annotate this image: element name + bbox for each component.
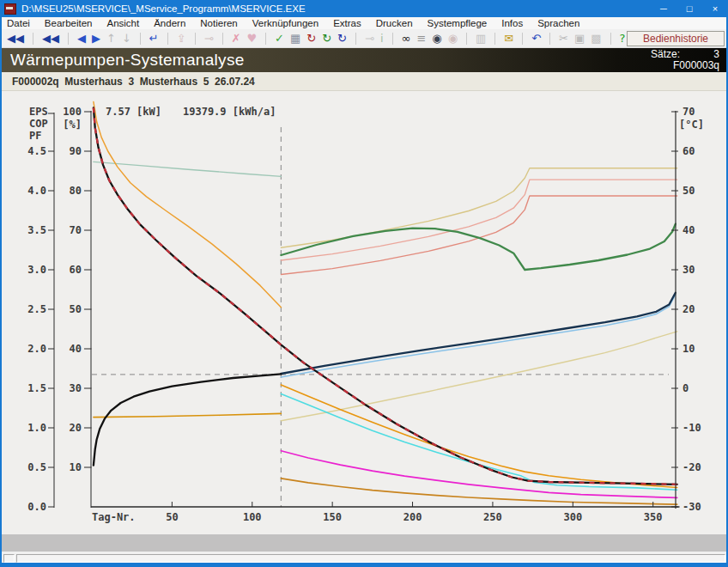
help-icon[interactable]: ? (620, 32, 626, 45)
menu-item-verknuepfungen[interactable]: Verknüpfungen (252, 18, 318, 28)
pct-tick-label: 50 (70, 303, 82, 315)
sub-header: F000002q Musterhaus 3 Musterhaus 5 26.07… (2, 72, 726, 91)
toolbar-separator (466, 33, 467, 45)
window-controls: ─ □ × (651, 0, 728, 17)
toolbar-separator (392, 33, 393, 45)
toolbar-separator (265, 33, 266, 45)
menu-item-ansicht[interactable]: Ansicht (106, 18, 139, 28)
day-tick-label: 250 (483, 511, 502, 523)
refresh-red-icon[interactable]: ↻ (306, 32, 316, 45)
degc-tick-label: 50 (682, 185, 695, 197)
maximize-button[interactable]: □ (676, 0, 702, 17)
window-border-left (0, 17, 2, 563)
bedienhistorie-button[interactable]: Bedienhistorie (627, 31, 725, 46)
pct-axis-unit: [%] (63, 119, 82, 131)
toolbar-separator (195, 33, 196, 45)
menu-item-aendern[interactable]: Ändern (154, 18, 185, 28)
mail-icon[interactable]: ✉ (504, 32, 513, 45)
day-tick-label: 150 (323, 511, 342, 523)
paste-icon: ▩ (591, 32, 601, 45)
delete-icon: ✗ (232, 32, 241, 45)
toolbar-separator (522, 33, 523, 45)
menu-bar: Datei Bearbeiten Ansicht Ändern Notieren… (0, 17, 728, 29)
degc-tick-label: 20 (682, 303, 695, 315)
eps-tick-label: 1.0 (27, 422, 46, 434)
series-cop-orange-declining (94, 102, 282, 308)
confirm-icon[interactable]: ✓ (275, 32, 284, 45)
eps-tick-label: 0.5 (27, 461, 46, 473)
degc-tick-label: 30 (682, 264, 695, 276)
menu-item-datei[interactable]: Datei (7, 18, 30, 28)
toolbar-separator (549, 33, 550, 45)
record-id: F000003q (673, 59, 719, 71)
refresh-green-icon[interactable]: ↻ (322, 32, 331, 45)
link-2-icon: ⊸ (365, 32, 374, 45)
system-analysis-chart: 4.54.03.53.02.52.01.51.00.50.0EPSCOPPF10… (0, 91, 728, 534)
link-add-icon: ⊸ (204, 32, 214, 45)
pct-tick-label: 20 (70, 422, 82, 434)
menu-item-extras[interactable]: Extras (333, 18, 361, 28)
day-tick-label: 300 (563, 511, 582, 523)
series-magenta-declining (281, 451, 676, 498)
series-amber-flat (94, 413, 282, 417)
print-icon: ▥ (476, 32, 486, 45)
series-forecast-cyan-declining (281, 393, 676, 490)
degc-tick-label: 0 (682, 382, 689, 394)
menu-item-sprachen[interactable]: Sprachen (537, 18, 579, 28)
toolbar-separator (222, 33, 223, 45)
forward-icon[interactable]: ▶ (92, 32, 100, 45)
menu-item-notieren[interactable]: Notieren (200, 18, 237, 28)
menu-item-bearbeiten[interactable]: Bearbeiten (45, 18, 93, 28)
series-forecast-lightblue (281, 295, 675, 377)
toolbar-separator (494, 33, 495, 45)
day-tick-label: 350 (644, 511, 663, 523)
degc-tick-label: 10 (682, 343, 695, 355)
degc-tick-label: -10 (682, 422, 701, 434)
first-record-icon[interactable]: ◀◀ (7, 32, 24, 45)
toolbar-separator (355, 33, 356, 45)
eps-axis-title: PF (29, 130, 41, 142)
title-bar: D:\MSEU25\MSERVICE\_MService_Programm\MS… (0, 0, 728, 17)
toolbar-separator (68, 33, 69, 45)
eps-axis-title: COP (29, 118, 48, 130)
undo-icon[interactable]: ↶ (531, 32, 541, 45)
view-eye-off-icon: ◉ (448, 32, 458, 45)
toolbar-separator (610, 33, 611, 45)
menu-item-drucken[interactable]: Drucken (376, 18, 413, 28)
back-icon[interactable]: ◀ (77, 32, 86, 45)
pct-tick-label: 10 (70, 461, 82, 473)
cut-icon: ✂ (559, 32, 568, 45)
pct-tick-label: 80 (70, 185, 82, 197)
series-forecast-navy-rising (281, 293, 675, 374)
toolbar-icons: ◀◀◀◀◀▶↑↓↵⇪⊸✗♥✓▦↻↻↻⊸i∞≡◉◉▥✉↶✂▣▩? (7, 32, 626, 45)
window-title: D:\MSEU25\MSERVICE\_MService_Programm\MS… (21, 3, 306, 14)
record-info: Sätze: 3 F000003q (651, 49, 726, 71)
menu-item-systempflege[interactable]: Systempflege (428, 18, 488, 28)
day-tick-label: 200 (403, 511, 422, 523)
import-icon: ⇪ (177, 32, 186, 45)
search-binoculars-icon[interactable]: ∞ (402, 32, 411, 45)
degc-tick-label: -20 (682, 461, 701, 473)
enter-icon[interactable]: ↵ (149, 32, 159, 45)
view-eye-icon[interactable]: ◉ (432, 32, 441, 45)
tool-bar: ◀◀◀◀◀▶↑↓↵⇪⊸✗♥✓▦↻↻↻⊸i∞≡◉◉▥✉↶✂▣▩? Bedienhi… (0, 29, 728, 48)
form-icon[interactable]: ▦ (290, 32, 300, 45)
minimize-button[interactable]: ─ (651, 0, 676, 17)
pct-tick-label: 90 (70, 145, 82, 157)
x-axis-title: Tag-Nr. (92, 511, 136, 523)
bottom-gray-band (2, 534, 726, 552)
pct-tick-label: 40 (70, 343, 82, 355)
menu-item-infos[interactable]: Infos (501, 18, 523, 28)
degc-tick-label: 70 (682, 106, 695, 118)
page-title: Wärmepumpen-Systemanalyse (2, 51, 245, 70)
close-button[interactable]: × (702, 0, 728, 17)
eps-axis-title: EPS (29, 106, 48, 118)
list-lines-icon[interactable]: ≡ (416, 32, 426, 45)
fast-back-icon[interactable]: ◀◀ (42, 32, 59, 45)
toolbar-separator (167, 33, 168, 45)
refresh-blue-icon[interactable]: ↻ (337, 32, 347, 45)
eps-tick-label: 4.5 (27, 145, 46, 157)
day-tick-label: 100 (243, 511, 262, 523)
eps-tick-label: 1.5 (27, 382, 46, 394)
application-window: D:\MSEU25\MSERVICE\_MService_Programm\MS… (0, 0, 728, 567)
